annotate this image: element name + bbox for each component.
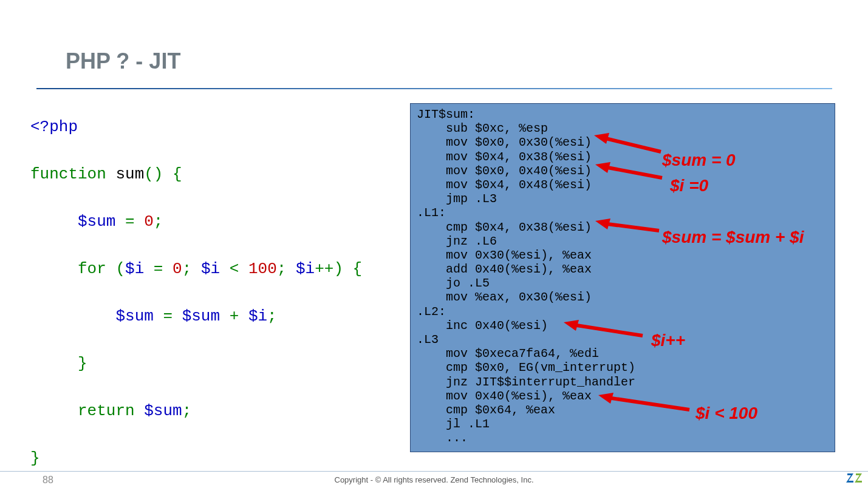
- arrow-icon: [594, 130, 667, 155]
- arrow-icon: [595, 217, 662, 236]
- code-token: ;: [267, 307, 277, 325]
- code-token: sum: [106, 165, 144, 183]
- code-token: $sum: [182, 307, 220, 325]
- code-token: +: [220, 307, 248, 325]
- php-code-block: <?php function sum() { $sum = 0; for ($i…: [30, 115, 362, 470]
- code-token: (: [106, 260, 125, 278]
- svg-marker-9: [598, 393, 613, 404]
- code-token: $sum: [135, 402, 182, 420]
- arrow-icon: [595, 161, 668, 182]
- zend-logo-icon: [846, 472, 863, 486]
- code-token: function: [30, 165, 106, 183]
- code-token: ++) {: [315, 260, 362, 278]
- slide-title: PHP ? - JIT: [66, 49, 180, 74]
- annotation-i-inc: $i++: [651, 331, 685, 350]
- svg-line-4: [603, 223, 659, 231]
- code-token: for: [30, 260, 106, 278]
- code-token: =: [144, 260, 173, 278]
- annotation-sum-plus-i: $sum = $sum + $i: [662, 228, 804, 247]
- svg-line-0: [603, 138, 661, 152]
- svg-marker-7: [564, 320, 579, 331]
- code-token: <?php: [30, 118, 78, 136]
- title-divider: [36, 88, 832, 89]
- code-token: () {: [144, 165, 182, 183]
- svg-marker-3: [595, 162, 610, 173]
- svg-marker-1: [594, 133, 609, 144]
- code-token: 100: [248, 260, 277, 278]
- code-token: }: [30, 449, 40, 467]
- footer: 88 Copyright - © All rights reserved. Ze…: [0, 471, 868, 488]
- arrow-icon: [564, 319, 649, 340]
- annotation-sum-zero: $sum = 0: [662, 151, 736, 170]
- svg-line-2: [604, 167, 662, 178]
- arrow-icon: [598, 391, 695, 416]
- code-token: ;: [182, 402, 192, 420]
- svg-marker-11: [855, 473, 862, 483]
- code-token: $i: [248, 307, 267, 325]
- slide-number: 88: [43, 475, 53, 486]
- code-token: $sum: [30, 212, 115, 231]
- code-token: }: [30, 354, 87, 373]
- code-token: ;: [182, 260, 201, 278]
- annotation-i-lt-100: $i < 100: [695, 404, 757, 423]
- code-token: return: [30, 402, 135, 420]
- svg-marker-10: [846, 473, 853, 483]
- svg-line-8: [607, 398, 689, 410]
- code-token: $i: [125, 260, 144, 278]
- copyright-text: Copyright - © All rights reserved. Zend …: [335, 475, 534, 484]
- code-token: $sum: [30, 307, 154, 325]
- code-token: =: [115, 212, 144, 231]
- code-token: 0: [173, 260, 182, 278]
- code-token: $i: [201, 260, 220, 278]
- slide: PHP ? - JIT <?php function sum() { $sum …: [0, 0, 868, 488]
- code-token: ;: [277, 260, 296, 278]
- code-token: 0: [144, 212, 154, 231]
- svg-line-6: [573, 325, 643, 336]
- svg-marker-5: [595, 219, 610, 229]
- code-token: ;: [154, 212, 163, 231]
- code-token: <: [220, 260, 248, 278]
- code-token: $i: [296, 260, 315, 278]
- annotation-i-zero: $i =0: [670, 176, 708, 195]
- code-token: =: [154, 307, 182, 325]
